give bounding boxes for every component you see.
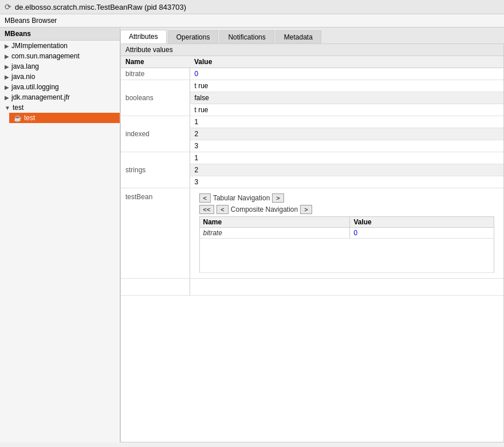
nested-value-header: Value bbox=[350, 217, 494, 228]
attr-value-bitrate: 0 bbox=[190, 68, 503, 80]
arrow-icon: ▶ bbox=[5, 64, 9, 70]
sidebar-item-label: java.util.logging bbox=[11, 83, 59, 91]
table-row: indexed 1 bbox=[121, 116, 503, 128]
section-header: Attribute values bbox=[121, 44, 503, 56]
value-column-header: Value bbox=[190, 56, 503, 68]
sidebar-item-label: test bbox=[24, 114, 35, 122]
sidebar-test-children: ☕ test bbox=[0, 113, 120, 123]
attr-name-booleans: booleans bbox=[121, 80, 190, 116]
table-row: strings 1 bbox=[121, 152, 503, 164]
tabular-prev-button[interactable]: < bbox=[199, 193, 211, 203]
sidebar-item-label: com.sun.management bbox=[11, 52, 80, 60]
nested-attributes-table: Name Value bitrate 0 bbox=[199, 216, 495, 273]
attr-name-strings: strings bbox=[121, 152, 190, 188]
window-title: de.elbosso.scratch.misc.TestBeanRaw (pid… bbox=[15, 3, 186, 11]
attr-value-indexed-1: 2 bbox=[190, 128, 503, 140]
table-row: bitrate 0 bbox=[121, 68, 503, 80]
tab-operations[interactable]: Operations bbox=[168, 30, 219, 43]
sidebar-item-com-sun-management[interactable]: ▶ com.sun.management bbox=[0, 51, 120, 61]
sidebar-item-label: JMImplementation bbox=[11, 42, 68, 50]
attributes-table: Name Value bitrate 0 booleans bbox=[121, 56, 503, 296]
sidebar-item-label: java.nio bbox=[11, 73, 35, 81]
attr-value-booleans-1: false bbox=[190, 92, 503, 104]
tab-notifications[interactable]: Notifications bbox=[219, 30, 274, 43]
nested-table-row-empty bbox=[199, 239, 494, 273]
sidebar-item-jmimplementation[interactable]: ▶ JMImplementation bbox=[0, 41, 120, 51]
sidebar-item-java-nio[interactable]: ▶ java.nio bbox=[0, 72, 120, 82]
content-area: Attributes Operations Notifications Meta… bbox=[120, 27, 504, 442]
arrow-icon: ▶ bbox=[5, 74, 9, 80]
attr-value-indexed-0: 1 bbox=[190, 116, 503, 128]
sidebar-item-label: java.lang bbox=[11, 62, 39, 70]
attr-value-strings-2: 3 bbox=[190, 176, 503, 188]
reload-icon[interactable]: ⟳ bbox=[5, 2, 11, 11]
attr-value-booleans-2: t rue bbox=[190, 104, 503, 116]
arrow-icon: ▶ bbox=[5, 94, 9, 101]
tab-content: Attribute values Name Value bitrate 0 bbox=[120, 44, 504, 442]
sidebar-item-label: test bbox=[13, 104, 23, 112]
composite-first-button[interactable]: << bbox=[199, 205, 215, 214]
nested-attr-value: 0 bbox=[350, 228, 494, 239]
attr-name-testbean: testBean bbox=[121, 188, 190, 279]
composite-nav-label: Composite Navigation bbox=[231, 205, 298, 213]
name-column-header: Name bbox=[121, 56, 190, 68]
tab-metadata[interactable]: Metadata bbox=[275, 30, 321, 43]
mbeans-browser-bar: MBeans Browser bbox=[0, 14, 504, 27]
sidebar-item-java-lang[interactable]: ▶ java.lang bbox=[0, 61, 120, 72]
attr-value-strings-0: 1 bbox=[190, 152, 503, 164]
sidebar-item-jdk-management-jfr[interactable]: ▶ jdk.management.jfr bbox=[0, 92, 120, 102]
attr-name-bitrate: bitrate bbox=[121, 68, 190, 80]
sidebar-item-test-child[interactable]: ☕ test bbox=[9, 113, 120, 123]
tab-attributes[interactable]: Attributes bbox=[120, 30, 167, 43]
arrow-icon: ▶ bbox=[5, 43, 9, 49]
tabular-next-button[interactable]: > bbox=[272, 193, 284, 203]
arrow-icon: ▼ bbox=[5, 105, 10, 111]
table-row-testbean: testBean < Tabular Navigation > << bbox=[121, 188, 503, 279]
sidebar-item-label: jdk.management.jfr bbox=[11, 93, 70, 101]
nested-table-container: < Tabular Navigation > << < Composite Na… bbox=[195, 190, 499, 276]
arrow-icon: ▶ bbox=[5, 53, 9, 60]
tabs: Attributes Operations Notifications Meta… bbox=[120, 27, 504, 44]
composite-prev-button[interactable]: < bbox=[216, 205, 228, 214]
sidebar-header: MBeans bbox=[0, 27, 120, 41]
nested-table-row: bitrate 0 bbox=[199, 228, 494, 239]
attr-value-strings-1: 2 bbox=[190, 164, 503, 176]
attr-name-indexed: indexed bbox=[121, 116, 190, 152]
nested-name-header: Name bbox=[199, 217, 350, 228]
tabular-nav: < Tabular Navigation > bbox=[199, 193, 495, 203]
composite-next-button[interactable]: > bbox=[300, 205, 312, 214]
sidebar: MBeans ▶ JMImplementation ▶ com.sun.mana… bbox=[0, 27, 120, 442]
attr-value-booleans-0: t rue bbox=[190, 80, 503, 92]
table-row-empty bbox=[121, 279, 503, 296]
title-bar: ⟳ de.elbosso.scratch.misc.TestBeanRaw (p… bbox=[0, 0, 504, 14]
attr-value-indexed-2: 3 bbox=[190, 140, 503, 152]
tabular-nav-label: Tabular Navigation bbox=[213, 194, 270, 202]
arrow-icon: ▶ bbox=[5, 84, 9, 90]
sidebar-item-java-util-logging[interactable]: ▶ java.util.logging bbox=[0, 82, 120, 92]
main-layout: MBeans ▶ JMImplementation ▶ com.sun.mana… bbox=[0, 27, 504, 442]
composite-nav: << < Composite Navigation > bbox=[199, 205, 495, 214]
nested-attr-name: bitrate bbox=[199, 228, 350, 239]
attr-value-testbean: < Tabular Navigation > << < Composite Na… bbox=[190, 188, 503, 279]
bean-icon: ☕ bbox=[14, 114, 22, 122]
table-row: booleans t rue bbox=[121, 80, 503, 92]
mbeans-browser-label: MBeans Browser bbox=[5, 17, 57, 25]
sidebar-item-test[interactable]: ▼ test bbox=[0, 102, 120, 113]
